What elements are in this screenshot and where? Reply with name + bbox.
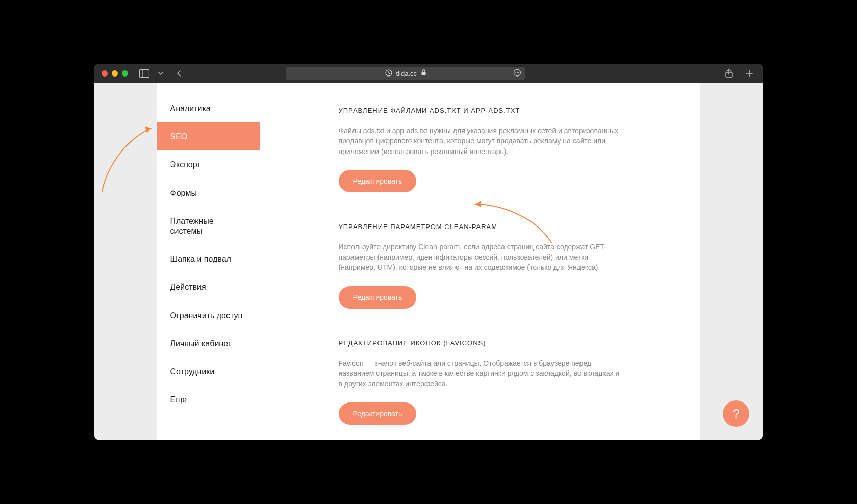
- svg-point-6: [517, 72, 518, 73]
- window-close-button[interactable]: [102, 70, 108, 77]
- section-description: Файлы ads.txt и app-ads.txt нужны для ук…: [339, 125, 624, 157]
- page-content: Аналитика SEO Экспорт Формы Платежные си…: [94, 83, 763, 440]
- sidebar-item-header-footer[interactable]: Шапка и подвал: [157, 245, 260, 273]
- sidebar-item-label: Экспорт: [170, 160, 201, 169]
- sidebar-item-team[interactable]: Сотрудники: [157, 358, 260, 386]
- sidebar-item-label: Действия: [170, 283, 206, 291]
- edit-favicons-button[interactable]: Редактировать: [339, 402, 417, 425]
- section-description: Favicon — значок веб-сайта или страницы.…: [339, 358, 624, 389]
- address-bar[interactable]: tilda.cc: [286, 67, 525, 80]
- section-title: РЕДАКТИРОВАНИЕ ИКОНОК (FAVICONS): [339, 339, 624, 347]
- section-description: Используйте директиву Clean-param, если …: [339, 242, 624, 273]
- svg-point-5: [516, 72, 517, 73]
- browser-window: tilda.cc Аналитика SEO Экспорт Формы: [94, 64, 763, 440]
- sidebar-item-label: Ограничить доступ: [170, 311, 243, 320]
- section-ads-txt: УПРАВЛЕНИЕ ФАЙЛАМИ ADS.TXT И APP-ADS.TXT…: [339, 107, 624, 192]
- sidebar-item-label: Еще: [170, 395, 187, 404]
- address-bar-host: tilda.cc: [396, 70, 417, 78]
- sidebar-item-label: Шапка и подвал: [170, 255, 231, 263]
- sidebar-item-label: Платежные системы: [170, 217, 214, 235]
- site-settings-icon: [385, 69, 392, 78]
- svg-point-7: [518, 72, 519, 73]
- reader-reload-icon[interactable]: [513, 69, 521, 79]
- sidebar-item-analytics[interactable]: Аналитика: [157, 94, 260, 122]
- lock-icon: [421, 69, 426, 78]
- sidebar-item-label: SEO: [170, 132, 188, 141]
- titlebar-right-controls: [723, 67, 755, 80]
- settings-panel: Аналитика SEO Экспорт Формы Платежные си…: [157, 83, 700, 440]
- settings-sidebar: Аналитика SEO Экспорт Формы Платежные си…: [157, 83, 260, 440]
- svg-rect-3: [422, 72, 426, 75]
- sidebar-item-forms[interactable]: Формы: [157, 179, 260, 207]
- edit-ads-txt-button[interactable]: Редактировать: [339, 170, 417, 192]
- settings-main: УПРАВЛЕНИЕ ФАЙЛАМИ ADS.TXT И APP-ADS.TXT…: [260, 83, 700, 440]
- sidebar-item-restrict-access[interactable]: Ограничить доступ: [157, 301, 260, 330]
- section-title: УПРАВЛЕНИЕ ПАРАМЕТРОМ CLEAN-PARAM: [339, 223, 624, 231]
- window-minimize-button[interactable]: [112, 70, 118, 77]
- svg-rect-0: [140, 70, 149, 78]
- share-icon[interactable]: [723, 67, 735, 80]
- sidebar-item-actions[interactable]: Действия: [157, 273, 260, 301]
- window-fullscreen-button[interactable]: [122, 70, 128, 77]
- sidebar-item-label: Сотрудники: [170, 367, 215, 376]
- sidebar-item-export[interactable]: Экспорт: [157, 150, 260, 179]
- sidebar-item-seo[interactable]: SEO: [157, 122, 260, 150]
- help-icon: ?: [733, 407, 739, 421]
- sidebar-item-account[interactable]: Личный кабинет: [157, 330, 260, 358]
- chevron-down-icon[interactable]: [155, 67, 167, 80]
- help-button[interactable]: ?: [723, 400, 749, 427]
- sidebar-item-payments[interactable]: Платежные системы: [157, 207, 260, 245]
- sidebar-item-label: Формы: [170, 189, 197, 197]
- browser-titlebar: tilda.cc: [94, 64, 763, 83]
- section-clean-param: УПРАВЛЕНИЕ ПАРАМЕТРОМ CLEAN-PARAM Исполь…: [339, 223, 624, 309]
- svg-marker-10: [145, 126, 151, 133]
- window-controls: [102, 70, 128, 77]
- section-favicons: РЕДАКТИРОВАНИЕ ИКОНОК (FAVICONS) Favicon…: [339, 339, 624, 425]
- new-tab-icon[interactable]: [743, 67, 755, 80]
- sidebar-toggle-icon[interactable]: [138, 67, 150, 80]
- sidebar-item-label: Аналитика: [170, 104, 211, 113]
- edit-clean-param-button[interactable]: Редактировать: [339, 286, 417, 309]
- sidebar-item-more[interactable]: Еще: [157, 386, 260, 414]
- sidebar-item-label: Личный кабинет: [170, 339, 232, 348]
- section-title: УПРАВЛЕНИЕ ФАЙЛАМИ ADS.TXT И APP-ADS.TXT: [339, 107, 624, 114]
- back-button[interactable]: [173, 67, 185, 80]
